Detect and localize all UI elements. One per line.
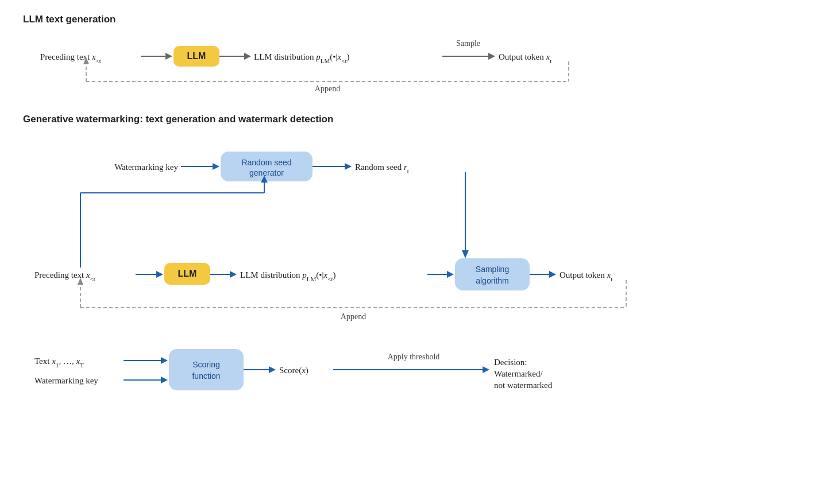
s1-llm-label: LLM bbox=[187, 51, 206, 61]
section1-title: LLM text generation bbox=[23, 14, 791, 25]
s1-output-token: Output token xt bbox=[499, 52, 551, 64]
s2-decision-line1: Decision: bbox=[494, 358, 527, 367]
section1-diagram: Preceding text x<t LLM LLM distribution … bbox=[29, 36, 776, 93]
s2-append-label: Append bbox=[341, 312, 366, 321]
s2-preceding-text: Preceding text x<t bbox=[34, 270, 95, 282]
s2-scoring-box bbox=[169, 349, 244, 390]
s2-sampling-box bbox=[455, 258, 530, 290]
s2-arrow-llm-dist-head bbox=[230, 271, 237, 278]
s2-scoring-label2: function bbox=[192, 371, 220, 381]
s2-arrow-wmk-sf-head bbox=[161, 377, 168, 383]
s2-wm-key-top: Watermarking key bbox=[114, 162, 178, 172]
s2-apply-threshold: Apply threshold bbox=[388, 352, 440, 361]
section2-title: Generative watermarking: text generation… bbox=[23, 114, 791, 125]
s1-llm-dist: LLM distribution pLM(•|x<t) bbox=[254, 52, 350, 64]
s1-append-label: Append bbox=[315, 84, 340, 93]
s1-sample-label: Sample bbox=[456, 39, 480, 48]
s2-output-token: Output token xt bbox=[560, 270, 612, 282]
section1-svg: Preceding text x<t LLM LLM distribution … bbox=[29, 36, 776, 99]
s2-decision-line3: not watermarked bbox=[494, 381, 553, 390]
s2-arrow-samp-out-head bbox=[549, 271, 556, 278]
s1-arrow3-head bbox=[488, 53, 495, 60]
s2-arrow-score-dec-head bbox=[483, 366, 489, 373]
s2-scoring-label1: Scoring bbox=[192, 360, 219, 369]
s1-preceding-text: Preceding text x<t bbox=[40, 52, 101, 64]
s2-text-input: Text x1, …, xT bbox=[34, 356, 84, 369]
s2-sampling-label2: algorithm bbox=[476, 276, 509, 285]
s2-arrow-text-sf-head bbox=[161, 357, 168, 364]
s2-wm-key-bot: Watermarking key bbox=[34, 376, 98, 385]
s2-llm-dist: LLM distribution pLM(•|x<t) bbox=[240, 270, 336, 282]
s2-arrow-dist-samp-head bbox=[447, 271, 454, 278]
s2-rsg-label1: Random seed bbox=[241, 158, 291, 167]
s2-decision-line2: Watermarked/ bbox=[494, 369, 543, 378]
s2-arrow-prec-llm-head bbox=[156, 271, 163, 278]
s2-arrow-sf-score-head bbox=[269, 366, 276, 373]
s2-blue-arrow2-head bbox=[345, 163, 352, 170]
s2-blue-arrow1-head bbox=[213, 163, 219, 170]
s2-llm-label: LLM bbox=[178, 269, 197, 278]
s2-rsg-label2: generator bbox=[249, 168, 284, 177]
s1-arrow2-head bbox=[244, 53, 251, 60]
s2-sampling-label1: Sampling bbox=[476, 265, 509, 274]
s2-rand-seed: Random seed rt bbox=[355, 162, 409, 175]
section2-diagram: Watermarking key Random seed generator R… bbox=[23, 135, 781, 434]
section2-svg: Watermarking key Random seed generator R… bbox=[23, 135, 781, 434]
s1-arrow1-head bbox=[165, 53, 172, 60]
s2-score-x: Score(x) bbox=[279, 366, 308, 375]
s2-vert-arrow-head bbox=[462, 250, 469, 258]
section1: LLM text generation Preceding text x<t L… bbox=[23, 14, 791, 93]
section2: Generative watermarking: text generation… bbox=[23, 114, 791, 434]
